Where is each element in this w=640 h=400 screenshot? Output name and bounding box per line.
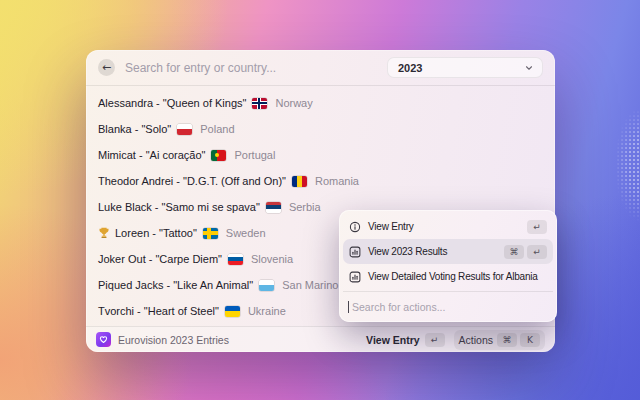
keyboard-shortcut-key: K [520,333,540,347]
action-shortcut-keys: ⌘↵ [504,245,547,259]
chevron-down-icon [524,63,534,73]
action-item[interactable]: View 2023 Results⌘↵ [343,239,553,264]
panel-divider [343,291,553,292]
year-dropdown[interactable]: 2023 [387,57,543,78]
text-caret [348,301,349,313]
entry-country: Slovenia [251,253,293,265]
entry-row[interactable]: Mimicat - "Ai coração"Portugal [94,142,547,168]
entry-title: Mimicat - "Ai coração" [98,149,205,161]
country-flag-icon [252,98,267,109]
chart-icon [349,271,361,283]
country-flag-icon [266,202,281,213]
back-button[interactable]: ← [98,59,115,76]
background-dot-pattern [604,110,640,232]
keyboard-shortcut-key: ↵ [527,245,547,259]
entry-row[interactable]: Alessandra - "Queen of Kings"Norway [94,90,547,116]
country-flag-icon [292,176,307,187]
eurovision-heart-icon [96,332,111,347]
entry-title: Loreen - "Tattoo" [115,227,197,239]
arrow-left-icon: ← [102,62,111,73]
country-flag-icon [225,306,240,317]
action-label: View Detailed Voting Results for Albania [368,271,538,282]
action-item[interactable]: View Detailed Voting Results for Albania [343,264,553,289]
entry-row[interactable]: Theodor Andrei - "D.G.T. (Off and On)"Ro… [94,168,547,194]
entry-country: Serbia [289,201,321,213]
entry-title: Tvorchi - "Heart of Steel" [98,305,219,317]
action-label: View Entry [368,221,414,232]
actions-panel: View Entry↵View 2023 Results⌘↵View Detai… [339,210,557,322]
action-item[interactable]: View Entry↵ [343,214,553,239]
panel-search [343,294,553,320]
entry-title: Luke Black - "Samo mi se spava" [98,201,260,213]
info-icon [349,221,361,233]
entry-title: Piqued Jacks - "Like An Animal" [98,279,253,291]
footer-bar: Eurovision 2023 Entries View Entry ↵ Act… [86,326,555,352]
footer-actions-label: Actions [459,334,493,346]
entry-title: Joker Out - "Carpe Diem" [98,253,222,265]
entry-country: Norway [275,97,312,109]
entry-country: Portugal [234,149,275,161]
entry-title: Theodor Andrei - "D.G.T. (Off and On)" [98,175,286,187]
actions-search-input[interactable] [350,300,548,314]
actions-panel-list: View Entry↵View 2023 Results⌘↵View Detai… [343,214,553,289]
search-input[interactable] [123,60,379,76]
footer-primary-action[interactable]: View Entry [366,334,420,346]
country-flag-icon [177,124,192,135]
keyboard-shortcut-key: ⌘ [497,333,517,347]
footer-primary-keys: ↵ [425,333,445,347]
entry-country: Poland [200,123,234,135]
footer-actions-button[interactable]: Actions ⌘K [454,330,545,350]
entry-country: Ukraine [248,305,286,317]
country-flag-icon [203,228,218,239]
action-shortcut-keys: ↵ [527,220,547,234]
entry-country: Romania [315,175,359,187]
header: ← 2023 [86,50,555,86]
footer-app-label: Eurovision 2023 Entries [118,334,229,346]
country-flag-icon [259,280,274,291]
entry-country: Sweden [226,227,266,239]
footer-actions-keys: ⌘K [497,333,540,347]
country-flag-icon [211,150,226,161]
keyboard-shortcut-key: ↵ [425,333,445,347]
entry-title: Blanka - "Solo" [98,123,171,135]
action-label: View 2023 Results [368,246,447,257]
year-dropdown-value: 2023 [398,62,524,74]
chart-icon [349,246,361,258]
keyboard-shortcut-key: ⌘ [504,245,524,259]
entry-title: Alessandra - "Queen of Kings" [98,97,246,109]
winner-trophy-icon [98,227,110,239]
keyboard-shortcut-key: ↵ [527,220,547,234]
entry-country: San Marino [282,279,338,291]
entry-row[interactable]: Blanka - "Solo"Poland [94,116,547,142]
country-flag-icon [228,254,243,265]
